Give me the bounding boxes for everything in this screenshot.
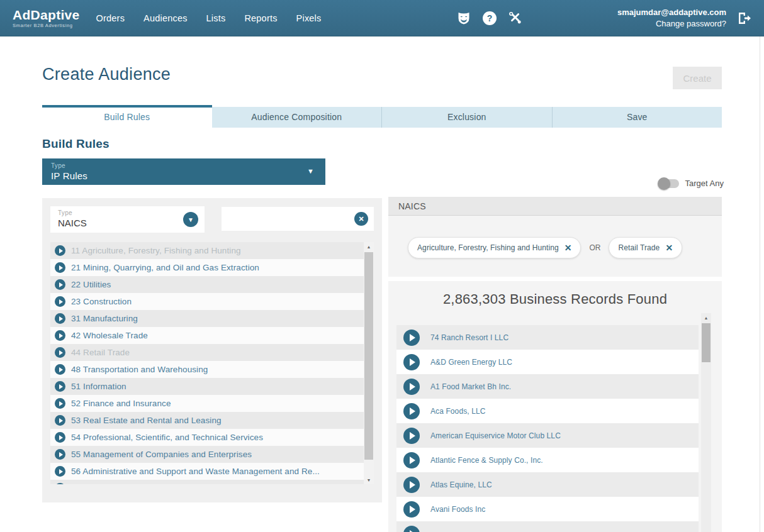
- scrollbar-thumb[interactable]: [364, 252, 373, 460]
- tab-exclusion[interactable]: Exclusion: [381, 107, 552, 128]
- naics-item-label: 48 Transportation and Warehousing: [71, 365, 208, 374]
- addaptive-logo[interactable]: AdDaptive Smarter B2B Advertising: [13, 8, 80, 28]
- expand-play-icon[interactable]: [55, 381, 65, 392]
- expand-play-icon[interactable]: [55, 415, 65, 426]
- expand-play-icon[interactable]: [55, 483, 65, 484]
- expand-play-icon[interactable]: [55, 449, 65, 460]
- naics-list-item[interactable]: 53 Real Estate and Rental and Leasing: [50, 412, 364, 429]
- expand-play-icon[interactable]: [403, 526, 420, 532]
- page-title: Create Audience: [42, 65, 171, 84]
- naics-list-item[interactable]: 55 Management of Companies and Enterpris…: [50, 446, 364, 463]
- target-any-control: Target Any: [659, 179, 724, 188]
- change-password-link[interactable]: Change password?: [617, 18, 726, 30]
- naics-list-item[interactable]: 52 Finance and Insurance: [50, 395, 364, 412]
- naics-list-item[interactable]: 11 Agriculture, Forestry, Fishing and Hu…: [50, 242, 364, 259]
- naics-list-item[interactable]: 31 Manufacturing: [50, 310, 364, 327]
- nav-lists[interactable]: Lists: [206, 13, 226, 23]
- business-record-row[interactable]: A&D Green Energy LLC: [396, 350, 699, 374]
- expand-play-icon[interactable]: [55, 330, 65, 341]
- expand-play-icon[interactable]: [55, 347, 65, 358]
- business-record-row[interactable]: A1 Food Market Bh Inc.: [396, 374, 699, 399]
- naics-search: ✕: [222, 207, 374, 231]
- scroll-down-icon[interactable]: ▼: [364, 475, 374, 484]
- business-name: Avani Foods Inc: [430, 505, 485, 514]
- expand-play-icon[interactable]: [55, 364, 65, 375]
- naics-item-label: 11 Agriculture, Forestry, Fishing and Hu…: [71, 246, 241, 255]
- naics-list-item[interactable]: 23 Construction: [50, 293, 364, 310]
- naics-item-label: 54 Professional, Scientific, and Technic…: [71, 433, 263, 442]
- business-record-row[interactable]: Atlantic Fence & Supply Co., Inc.: [396, 448, 699, 472]
- navbar-right: ? smajumdar@addaptive.com: [456, 7, 751, 29]
- clear-search-icon[interactable]: ✕: [354, 212, 368, 226]
- business-record-row[interactable]: Atlas Equine, LLC: [396, 472, 699, 497]
- business-record-row[interactable]: [396, 521, 699, 532]
- category-type-value: NAICS: [58, 218, 197, 228]
- naics-list-item[interactable]: 22 Utilities: [50, 276, 364, 293]
- tab-audience-composition[interactable]: Audience Composition: [212, 107, 382, 128]
- business-record-row[interactable]: American Equiservice Motor Club LLC: [396, 423, 699, 448]
- naics-list-item[interactable]: [50, 480, 364, 484]
- build-rules-heading: Build Rules: [42, 137, 110, 151]
- naics-item-label: 22 Utilities: [71, 280, 111, 289]
- expand-play-icon[interactable]: [403, 403, 420, 419]
- tab-build-rules[interactable]: Build Rules: [42, 105, 212, 128]
- expand-play-icon[interactable]: [403, 477, 420, 493]
- tools-icon[interactable]: [508, 11, 523, 26]
- remove-chip-icon[interactable]: ✕: [565, 243, 572, 253]
- naics-controls: Type NAICS ▼ ✕: [50, 206, 374, 233]
- expand-play-icon[interactable]: [403, 428, 420, 444]
- help-icon[interactable]: ?: [482, 11, 497, 26]
- create-button[interactable]: Create: [673, 67, 722, 89]
- naics-item-label: 51 Information: [71, 382, 126, 391]
- naics-list-scrollbar[interactable]: ▲ ▼: [364, 242, 374, 484]
- business-record-row[interactable]: Aca Foods, LLC: [396, 399, 699, 423]
- naics-item-label: 23 Construction: [71, 297, 132, 306]
- expand-play-icon[interactable]: [55, 296, 65, 307]
- mask-icon[interactable]: [456, 11, 471, 26]
- expand-play-icon[interactable]: [403, 354, 420, 370]
- nav-pixels[interactable]: Pixels: [296, 13, 322, 23]
- naics-list-item[interactable]: 44 Retail Trade: [50, 344, 364, 361]
- expand-play-icon[interactable]: [403, 501, 420, 518]
- expand-play-icon[interactable]: [55, 245, 65, 256]
- expand-play-icon[interactable]: [403, 379, 420, 395]
- target-any-toggle[interactable]: [659, 179, 679, 188]
- naics-search-input[interactable]: [222, 207, 374, 231]
- rule-type-label: Type: [51, 162, 317, 169]
- business-name: A1 Food Market Bh Inc.: [430, 382, 511, 391]
- scrollbar-thumb[interactable]: [702, 323, 711, 362]
- naics-list-item[interactable]: 21 Mining, Quarrying, and Oil and Gas Ex…: [50, 259, 364, 276]
- business-record-row[interactable]: Avani Foods Inc: [396, 497, 699, 521]
- expand-play-icon[interactable]: [55, 398, 65, 409]
- scroll-up-icon[interactable]: ▲: [364, 242, 374, 251]
- rule-type-dropdown[interactable]: Type IP Rules ▼: [42, 158, 325, 185]
- records-scrollbar[interactable]: ▲: [701, 313, 711, 532]
- tab-bar: Build Rules Audience Composition Exclusi…: [42, 105, 722, 128]
- business-record-row[interactable]: 74 Ranch Resort I LLC: [396, 325, 699, 350]
- caret-down-icon[interactable]: ▼: [183, 212, 198, 227]
- expand-play-icon[interactable]: [55, 432, 65, 443]
- naics-item-label: 31 Manufacturing: [71, 314, 138, 323]
- expand-play-icon[interactable]: [403, 452, 420, 468]
- naics-list-item[interactable]: 56 Administrative and Support and Waste …: [50, 463, 364, 480]
- naics-list-item[interactable]: 54 Professional, Scientific, and Technic…: [50, 429, 364, 446]
- naics-list-item[interactable]: 51 Information: [50, 378, 364, 395]
- naics-list-item[interactable]: 42 Wholesale Trade: [50, 327, 364, 344]
- nav-audiences[interactable]: Audiences: [143, 13, 188, 23]
- nav-reports[interactable]: Reports: [244, 13, 277, 23]
- records-found-count: 2,863,303 Business Records Found: [388, 281, 722, 308]
- expand-play-icon[interactable]: [55, 279, 65, 290]
- logout-icon[interactable]: [736, 11, 751, 26]
- scroll-up-icon[interactable]: ▲: [701, 313, 711, 322]
- tab-save[interactable]: Save: [552, 107, 722, 128]
- expand-play-icon[interactable]: [55, 313, 65, 324]
- expand-play-icon[interactable]: [55, 262, 65, 273]
- expand-play-icon[interactable]: [403, 330, 420, 346]
- naics-list-item[interactable]: 48 Transportation and Warehousing: [50, 361, 364, 378]
- category-type-dropdown[interactable]: Type NAICS ▼: [50, 206, 205, 233]
- remove-chip-icon[interactable]: ✕: [665, 243, 673, 253]
- page-scrollbar-track[interactable]: [760, 36, 760, 532]
- business-name: Atlantic Fence & Supply Co., Inc.: [430, 456, 543, 465]
- nav-orders[interactable]: Orders: [96, 13, 125, 23]
- expand-play-icon[interactable]: [55, 466, 65, 477]
